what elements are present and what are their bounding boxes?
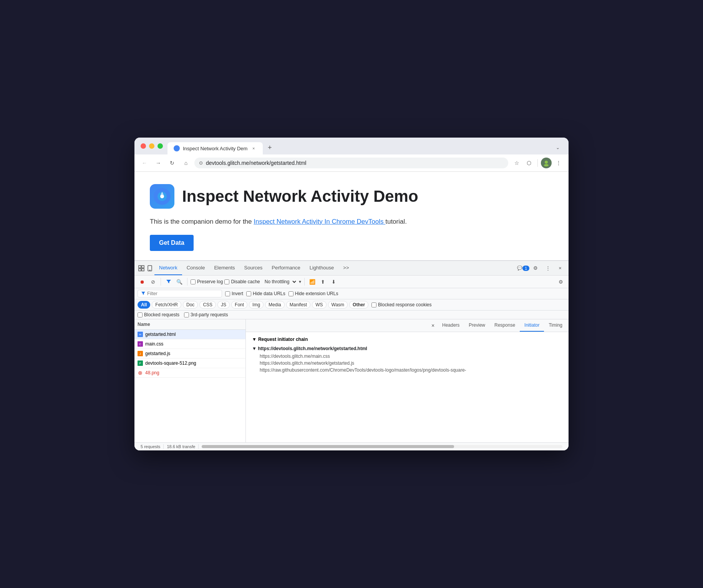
filter-img-button[interactable]: Img [249, 301, 264, 309]
online-icon[interactable]: 📶 [308, 277, 317, 286]
requests-count: 5 requests [138, 444, 164, 449]
hide-data-urls-label[interactable]: Hide data URLs [246, 291, 285, 296]
third-party-requests-label[interactable]: 3rd-party requests [184, 312, 228, 317]
invert-checkbox[interactable] [225, 291, 230, 296]
back-button[interactable]: ← [139, 158, 150, 168]
disable-cache-label[interactable]: Disable cache [224, 279, 260, 284]
extensions-button[interactable]: ⬡ [524, 158, 534, 168]
tabs-dropdown-icon[interactable]: ⌄ [553, 143, 562, 152]
devtools-tab-sources[interactable]: Sources [240, 261, 267, 275]
svg-point-0 [545, 161, 548, 164]
blocked-cookies-label[interactable]: Blocked response cookies [371, 302, 431, 307]
traffic-light-green[interactable] [158, 143, 163, 149]
new-tab-button[interactable]: + [264, 142, 275, 153]
preserve-log-checkbox[interactable] [191, 279, 196, 284]
filter-ws-button[interactable]: WS [312, 301, 326, 309]
chain-sub-url-2[interactable]: https://devtools.glitch.me/network/getst… [252, 360, 562, 367]
invert-label[interactable]: Invert [225, 291, 243, 296]
menu-button[interactable]: ⋮ [553, 158, 564, 168]
home-button[interactable]: ⌂ [181, 158, 191, 168]
page-description: This is the companion demo for the Inspe… [150, 218, 553, 226]
network-item-getstarted-js[interactable]: J getstarted.js [134, 349, 245, 359]
panel-close-button[interactable]: × [428, 321, 438, 330]
devtools-tab-lighthouse[interactable]: Lighthouse [305, 261, 339, 275]
devtools-more-button[interactable]: ⋮ [542, 263, 553, 274]
blocked-cookies-checkbox[interactable] [371, 302, 376, 307]
throttle-select[interactable]: No throttling [262, 278, 297, 286]
preserve-log-text: Preserve log [197, 279, 223, 284]
devtools-tab-elements[interactable]: Elements [209, 261, 239, 275]
filter-doc-button[interactable]: Doc [183, 301, 198, 309]
filter-css-button[interactable]: CSS [199, 301, 216, 309]
devtools-tab-more[interactable]: >> [338, 261, 353, 275]
record-button[interactable]: ⏺ [138, 277, 147, 286]
filter-input[interactable] [147, 291, 209, 296]
devtools-settings-button[interactable]: ⚙ [530, 263, 541, 274]
bookmark-button[interactable]: ☆ [511, 158, 522, 168]
disable-cache-checkbox[interactable] [224, 279, 229, 284]
devtools-tab-console[interactable]: Console [182, 261, 210, 275]
filter-media-button[interactable]: Media [265, 301, 285, 309]
search-button[interactable]: 🔍 [175, 277, 184, 286]
file-name-getstarted-html: getstarted.html [145, 332, 176, 337]
download-icon[interactable]: ⬇ [329, 277, 338, 286]
response-tab[interactable]: Response [490, 319, 520, 332]
filter-font-button[interactable]: Font [231, 301, 247, 309]
chain-sub-url-1[interactable]: https://devtools.glitch.me/main.css [252, 353, 562, 360]
upload-icon[interactable]: ⬆ [318, 277, 328, 286]
devtools-inspect-icon[interactable] [138, 264, 145, 272]
network-item-48-png[interactable]: ⊗ 48.png [134, 368, 245, 378]
horizontal-scrollbar[interactable] [202, 445, 562, 448]
hide-extension-urls-label[interactable]: Hide extension URLs [288, 291, 338, 296]
devtools-messages-button[interactable]: 💬 1 [518, 263, 529, 274]
chain-sub-url-3[interactable]: https://raw.githubusercontent.com/Chrome… [252, 367, 562, 374]
filter-bar: Invert Hide data URLs Hide extension URL… [134, 288, 569, 299]
devtools-close-button[interactable]: × [555, 263, 565, 274]
preview-tab[interactable]: Preview [464, 319, 490, 332]
preserve-log-label[interactable]: Preserve log [191, 279, 223, 284]
devtools-tab-performance[interactable]: Performance [267, 261, 305, 275]
filter-input-container[interactable] [138, 290, 222, 297]
network-item-devtools-png[interactable]: P devtools-square-512.png [134, 359, 245, 368]
filter-toggle-button[interactable] [164, 277, 173, 286]
traffic-light-red[interactable] [141, 143, 146, 149]
forward-button[interactable]: → [153, 158, 164, 168]
file-name-main-css: main.css [145, 341, 163, 347]
headers-tab[interactable]: Headers [438, 319, 464, 332]
network-item-main-css[interactable]: C main.css [134, 339, 245, 349]
devtools-right-actions: 💬 1 ⚙ ⋮ × [518, 263, 565, 274]
tab-close-button[interactable]: × [250, 145, 257, 151]
third-party-requests-checkbox[interactable] [184, 312, 189, 317]
profile-avatar[interactable] [541, 158, 552, 168]
network-settings-button[interactable]: ⚙ [556, 277, 565, 286]
file-name-getstarted-js: getstarted.js [145, 351, 170, 356]
blocked-requests-label[interactable]: Blocked requests [138, 312, 179, 317]
devtools-tab-network[interactable]: Network [154, 261, 182, 275]
filter-manifest-button[interactable]: Manifest [286, 301, 310, 309]
timing-tab[interactable]: Timing [544, 319, 567, 332]
devtools-tutorial-link[interactable]: Inspect Network Activity In Chrome DevTo… [254, 218, 385, 225]
blocked-requests-checkbox[interactable] [138, 312, 143, 317]
filter-wasm-button[interactable]: Wasm [328, 301, 348, 309]
description-after: tutorial. [385, 218, 407, 225]
browser-tab-active[interactable]: Inspect Network Activity Dem × [167, 142, 263, 154]
scrollbar-thumb [202, 445, 454, 448]
filter-all-button[interactable]: All [138, 301, 150, 309]
get-data-button[interactable]: Get Data [150, 235, 194, 251]
clear-button[interactable]: ⊘ [148, 277, 158, 286]
reload-button[interactable]: ↻ [167, 158, 177, 168]
nav-separator [537, 159, 538, 167]
traffic-light-yellow[interactable] [149, 143, 154, 149]
hide-data-urls-checkbox[interactable] [246, 291, 251, 296]
network-item-getstarted-html[interactable]: H getstarted.html [134, 330, 245, 339]
filter-fetch-xhr-button[interactable]: Fetch/XHR [152, 301, 181, 309]
toolbar-separator-1 [161, 278, 161, 286]
tabs-area: Inspect Network Activity Dem × + [167, 142, 549, 154]
hide-extension-urls-checkbox[interactable] [288, 291, 293, 296]
filter-other-button[interactable]: Other [349, 301, 368, 309]
chain-main-url[interactable]: ▼ https://devtools.glitch.me/network/get… [252, 345, 562, 352]
address-bar[interactable]: ⊙ devtools.glitch.me/network/getstarted.… [194, 158, 508, 168]
initiator-tab[interactable]: Initiator [520, 319, 544, 332]
devtools-device-icon[interactable] [146, 264, 154, 272]
filter-js-button[interactable]: JS [217, 301, 230, 309]
